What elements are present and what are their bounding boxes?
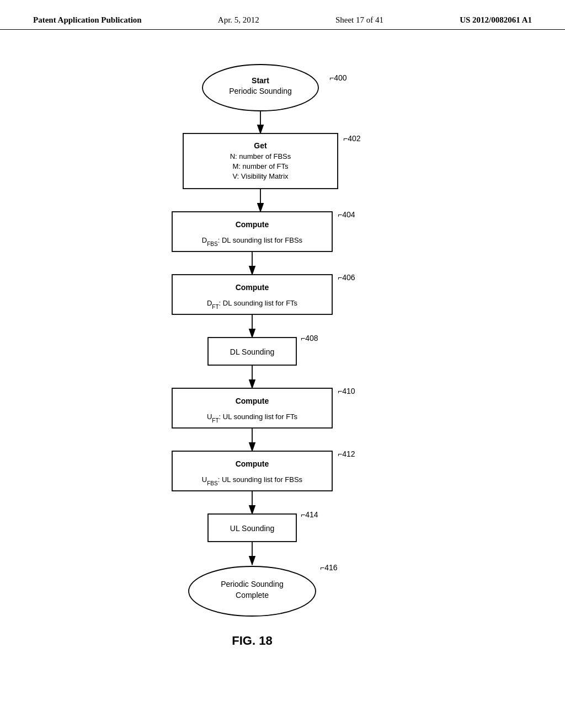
svg-rect-12	[172, 212, 332, 251]
svg-text:⌐400: ⌐400	[329, 73, 347, 82]
svg-text:Get: Get	[254, 141, 267, 150]
svg-text:Periodic Sounding: Periodic Sounding	[221, 580, 284, 588]
svg-rect-31	[172, 451, 332, 491]
svg-text:Complete: Complete	[236, 591, 269, 599]
svg-text:⌐408: ⌐408	[301, 334, 318, 342]
patent-number: US 2012/0082061 A1	[460, 15, 532, 25]
svg-rect-26	[172, 388, 332, 428]
svg-text:⌐412: ⌐412	[338, 449, 355, 458]
svg-text:⌐404: ⌐404	[338, 210, 355, 219]
svg-text:DL Sounding: DL Sounding	[230, 347, 274, 356]
svg-text:N: number of FBSs: N: number of FBSs	[230, 152, 291, 160]
svg-text:Compute: Compute	[236, 397, 269, 405]
svg-text:⌐406: ⌐406	[338, 273, 355, 282]
svg-text:⌐414: ⌐414	[301, 510, 318, 519]
svg-text:V: Visibility Matrix: V: Visibility Matrix	[232, 172, 289, 180]
svg-text:UL Sounding: UL Sounding	[230, 524, 274, 533]
svg-text:Start: Start	[252, 76, 269, 85]
diagram-area: Start Periodic Sounding ⌐400 Get N: numb…	[0, 30, 565, 675]
date-label: Apr. 5, 2012	[218, 15, 259, 25]
svg-text:⌐416: ⌐416	[320, 563, 338, 572]
svg-text:Compute: Compute	[236, 283, 269, 292]
svg-text:Periodic Sounding: Periodic Sounding	[229, 87, 292, 95]
svg-rect-17	[172, 275, 332, 314]
svg-text:⌐410: ⌐410	[338, 387, 355, 395]
svg-text:M: number of FTs: M: number of FTs	[232, 162, 289, 170]
svg-text:FIG. 18: FIG. 18	[232, 634, 272, 647]
svg-text:Compute: Compute	[236, 459, 269, 468]
publication-label: Patent Application Publication	[33, 15, 142, 25]
svg-text:Compute: Compute	[236, 220, 269, 229]
sheet-label: Sheet 17 of 41	[335, 15, 383, 25]
page-header: Patent Application Publication Apr. 5, 2…	[0, 0, 565, 30]
flowchart-svg: Start Periodic Sounding ⌐400 Get N: numb…	[89, 52, 476, 675]
svg-text:⌐402: ⌐402	[343, 134, 361, 143]
